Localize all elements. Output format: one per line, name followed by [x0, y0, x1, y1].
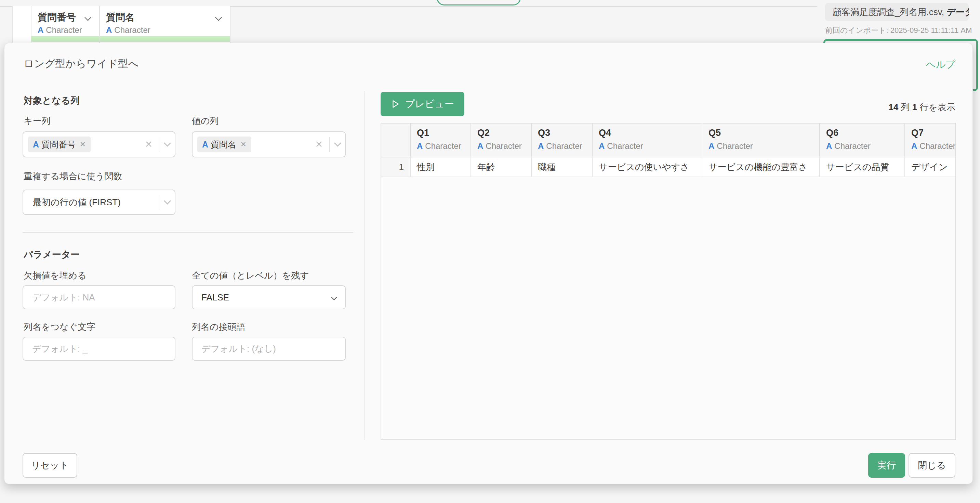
preview-column-header: Q7 ACharacter [905, 123, 956, 157]
character-type-icon: A [911, 141, 917, 150]
table-cell: 性別 [410, 157, 471, 177]
character-type-icon: A [538, 141, 544, 150]
chevron-down-icon[interactable] [215, 14, 222, 21]
selected-column-strip [100, 36, 230, 42]
key-column-select[interactable]: A 質問番号 ✕ ✕ [22, 131, 175, 157]
aggregate-function-dropdown[interactable]: 最初の行の値 (FIRST) [22, 190, 175, 215]
target-columns-section-title: 対象となる列 [24, 94, 80, 107]
column-name: 質問名 [106, 11, 135, 24]
row-number-cell: 1 [381, 157, 410, 177]
footer-actions: 実行 閉じる [868, 453, 955, 478]
preview-column-header: Q5 ACharacter [702, 123, 820, 157]
column-name: 質問番号 [38, 11, 76, 24]
long-to-wide-dialog: ロング型からワイド型へ ヘルプ 対象となる列 キー列 値の列 A 質問番号 ✕ … [4, 43, 973, 484]
key-column-token[interactable]: A 質問番号 ✕ [28, 137, 91, 152]
character-type-icon: A [417, 141, 423, 150]
character-type-icon: A [33, 140, 39, 150]
value-column-label: 値の列 [192, 115, 219, 127]
select-divider [159, 195, 159, 210]
column-type: ACharacter [38, 25, 82, 35]
clear-selection-icon[interactable]: ✕ [145, 139, 153, 150]
section-divider [22, 232, 353, 233]
row-number-header-cell [13, 6, 32, 43]
value-column-select[interactable]: A 質問名 ✕ ✕ [192, 131, 346, 157]
select-divider [159, 137, 159, 152]
preview-table: Q1 ACharacter Q2 ACharacter Q3 ACharacte… [380, 123, 956, 440]
character-type-icon: A [38, 25, 43, 35]
token-label: 質問番号 [41, 139, 76, 150]
preview-button[interactable]: プレビュー [380, 92, 465, 116]
name-separator-label: 列名をつなぐ文字 [24, 321, 95, 333]
name-separator-input[interactable]: デフォルト: _ [22, 337, 175, 361]
preview-column-header: Q4 ACharacter [593, 123, 702, 157]
value-column-token[interactable]: A 質問名 ✕ [197, 137, 251, 152]
table-cell: サービスの品質 [820, 157, 905, 177]
name-prefix-input[interactable]: デフォルト: (なし) [192, 337, 346, 361]
chevron-down-icon[interactable] [334, 139, 341, 147]
table-cell: 年齢 [471, 157, 532, 177]
token-label: 質問名 [211, 139, 236, 150]
table-cell: デザイン [905, 157, 956, 177]
input-placeholder: デフォルト: (なし) [201, 343, 276, 355]
character-type-icon: A [599, 141, 605, 150]
fill-missing-input[interactable]: デフォルト: NA [22, 285, 175, 309]
help-link[interactable]: ヘルプ [926, 58, 955, 71]
run-button[interactable]: 実行 [868, 453, 905, 478]
fill-missing-label: 欠損値を埋める [24, 270, 86, 282]
source-table-header: 質問番号 ACharacter 質問名 ACharacter [12, 6, 231, 43]
character-type-icon: A [202, 140, 208, 150]
aggregate-function-label: 重複する場合に使う関数 [24, 171, 122, 182]
character-type-icon: A [826, 141, 832, 150]
input-placeholder: デフォルト: _ [32, 343, 88, 355]
preview-table-header-row: Q1 ACharacter Q2 ACharacter Q3 ACharacte… [381, 123, 955, 157]
input-placeholder: デフォルト: NA [32, 292, 95, 303]
clear-selection-icon[interactable]: ✕ [315, 139, 323, 150]
remove-token-icon[interactable]: ✕ [240, 140, 247, 149]
apply-pill-peek [437, 0, 521, 5]
keep-all-values-select[interactable]: FALSE [192, 285, 346, 309]
dropdown-value: 最初の行の値 (FIRST) [28, 196, 121, 208]
character-type-icon: A [477, 141, 483, 150]
column-header-question-name[interactable]: 質問名 ACharacter [100, 6, 231, 43]
character-type-icon: A [708, 141, 714, 150]
reset-button[interactable]: リセット [22, 453, 77, 478]
selected-column-strip [32, 36, 99, 42]
play-icon [391, 100, 400, 109]
column-type: ACharacter [106, 25, 150, 35]
preview-row-number-header [381, 123, 410, 157]
app-root: 質問番号 ACharacter 質問名 ACharacter 顧客満足度調査_列… [0, 0, 980, 503]
panel-divider [364, 91, 364, 440]
chevron-down-icon[interactable] [164, 197, 171, 204]
dialog-title: ロング型からワイド型へ [24, 57, 138, 71]
preview-table-row: 1 性別 年齢 職種 サービスの使いやすさ サービスの機能の豊富さ サービスの品… [381, 157, 955, 177]
last-import-info: 前回のインポート: 2025-09-25 11:11:11 AM [825, 25, 972, 35]
parameters-section-title: パラメーター [24, 248, 80, 261]
select-value: FALSE [201, 292, 229, 303]
chevron-down-icon[interactable] [84, 14, 91, 21]
table-cell: サービスの機能の豊富さ [702, 157, 820, 177]
select-divider [329, 137, 329, 152]
table-cell: サービスの使いやすさ [593, 157, 702, 177]
remove-token-icon[interactable]: ✕ [80, 140, 86, 149]
dataset-pill[interactable]: 顧客満足度調査_列名用.csv, データ... [825, 3, 969, 21]
preview-summary: 14 列 1 行を表示 [888, 101, 955, 113]
table-cell: 職種 [532, 157, 593, 177]
preview-column-header: Q1 ACharacter [410, 123, 471, 157]
close-button[interactable]: 閉じる [908, 453, 955, 478]
keep-all-values-label: 全ての値（とレベル）を残す [192, 270, 309, 282]
preview-column-header: Q6 ACharacter [820, 123, 905, 157]
key-column-label: キー列 [24, 115, 51, 127]
column-header-question-number[interactable]: 質問番号 ACharacter [32, 6, 100, 43]
chevron-down-icon [331, 295, 337, 300]
preview-column-header: Q3 ACharacter [532, 123, 593, 157]
character-type-icon: A [106, 25, 112, 35]
preview-column-header: Q2 ACharacter [471, 123, 532, 157]
chevron-down-icon[interactable] [164, 139, 171, 147]
name-prefix-label: 列名の接頭語 [192, 321, 245, 333]
